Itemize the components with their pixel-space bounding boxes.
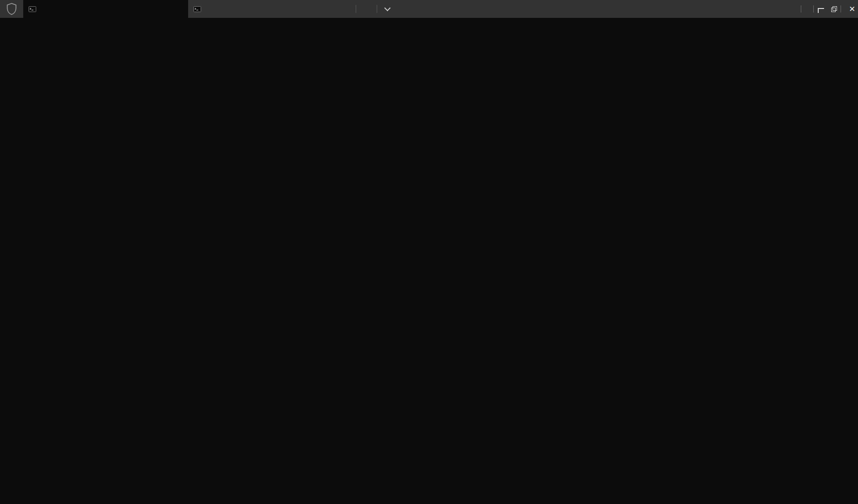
chevron-down-icon	[384, 5, 391, 11]
console-icon	[29, 5, 36, 13]
tab-dropdown-button[interactable]	[380, 0, 395, 18]
close-tab-icon[interactable]	[344, 8, 348, 10]
stacked-windows-icon	[831, 6, 837, 12]
tab-terminal-2[interactable]	[188, 0, 353, 18]
new-tab-button[interactable]	[359, 0, 374, 18]
performance-overlay: ✕	[793, 0, 854, 18]
console-icon	[193, 5, 201, 13]
tabbar-divider	[356, 5, 356, 13]
stats-divider	[801, 5, 801, 13]
tabbar-divider	[377, 5, 377, 13]
tab-terminal-1[interactable]	[23, 0, 188, 18]
terminal-output[interactable]	[0, 18, 858, 21]
close-tab-icon[interactable]	[179, 8, 183, 10]
tab-bar: ✕	[0, 0, 858, 18]
stats-divider	[813, 5, 814, 13]
x-overlay-icon: ✕	[849, 4, 855, 14]
crop-corner-icon	[818, 8, 824, 13]
shield-icon	[0, 0, 23, 18]
stats-divider	[841, 5, 841, 13]
